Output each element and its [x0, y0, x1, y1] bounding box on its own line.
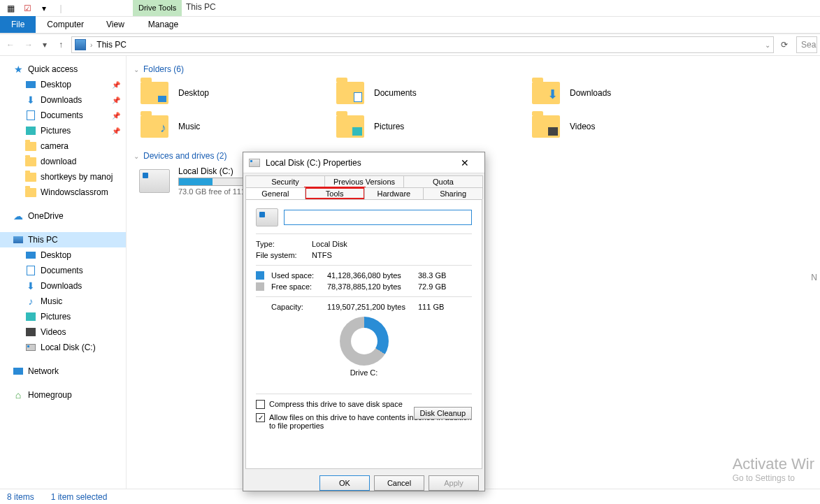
- status-items: 8 items: [7, 492, 34, 502]
- tab-security[interactable]: Security: [245, 175, 325, 187]
- tab-previous-versions[interactable]: Previous Versions: [324, 175, 404, 187]
- chevron-down-icon: ⌄: [134, 66, 139, 73]
- ribbon-tab-computer[interactable]: Computer: [36, 16, 95, 33]
- refresh-icon[interactable]: ⟳: [777, 37, 792, 52]
- window-title: This PC: [186, 2, 216, 12]
- homegroup-icon: ⌂: [13, 389, 24, 401]
- folder-documents[interactable]: Documents: [335, 80, 489, 106]
- sidebar-item-download-folder[interactable]: download: [0, 154, 126, 169]
- address-bar[interactable]: › This PC ⌄: [71, 36, 774, 53]
- sidebar-item-shortkeys[interactable]: shortkeys by manoj: [0, 169, 126, 185]
- sidebar-network[interactable]: Network: [0, 363, 126, 379]
- fs-value: NTFS: [312, 251, 332, 259]
- sidebar-label: Videos: [41, 327, 66, 337]
- drive-name-input[interactable]: [284, 210, 472, 225]
- drive-icon: [139, 169, 170, 193]
- address-dropdown-icon[interactable]: ⌄: [765, 41, 770, 49]
- folder-music[interactable]: ♪Music: [139, 113, 293, 140]
- sidebar-pc-pictures[interactable]: Pictures: [0, 309, 126, 324]
- sidebar-pc-downloads[interactable]: ⬇Downloads: [0, 278, 126, 294]
- sidebar-onedrive[interactable]: ☁OneDrive: [0, 208, 126, 224]
- apply-button[interactable]: Apply: [429, 475, 479, 491]
- folder-pictures[interactable]: Pictures: [335, 113, 489, 140]
- tab-tools[interactable]: Tools: [305, 187, 365, 199]
- sidebar-label: OneDrive: [28, 211, 64, 221]
- network-icon: [13, 368, 23, 375]
- sidebar-item-camera[interactable]: camera: [0, 138, 126, 154]
- ribbon-tab-file[interactable]: File: [0, 16, 36, 33]
- ribbon-tab-manage[interactable]: Manage: [137, 16, 189, 33]
- tab-hardware[interactable]: Hardware: [364, 187, 424, 199]
- pictures-icon: [26, 312, 36, 321]
- dialog-title: Local Disk (C:) Properties: [266, 158, 361, 168]
- nav-up-icon[interactable]: ↑: [53, 37, 69, 52]
- nav-forward-icon[interactable]: →: [21, 37, 36, 52]
- sidebar-quick-access[interactable]: ★Quick access: [0, 62, 126, 77]
- pin-icon: 📌: [112, 112, 120, 120]
- sidebar-item-winclass[interactable]: Windowsclassrom: [0, 185, 126, 200]
- star-icon: ★: [13, 64, 24, 75]
- folder-icon: [25, 173, 36, 182]
- pictures-icon: [352, 127, 362, 136]
- sidebar-homegroup[interactable]: ⌂Homegroup: [0, 387, 126, 403]
- compress-checkbox[interactable]: [256, 400, 265, 409]
- sidebar-pc-videos[interactable]: Videos: [0, 324, 126, 340]
- pin-icon: 📌: [112, 127, 120, 135]
- sidebar-item-documents[interactable]: Documents📌: [0, 108, 126, 123]
- free-label: Free space:: [271, 282, 320, 291]
- desktop-icon: [158, 96, 166, 102]
- sidebar-pc-documents[interactable]: Documents: [0, 263, 126, 278]
- drive-icon: [249, 159, 260, 167]
- tab-quota[interactable]: Quota: [403, 175, 483, 187]
- used-label: Used space:: [271, 271, 320, 280]
- sidebar-item-pictures[interactable]: Pictures📌: [0, 123, 126, 138]
- sidebar-label: Downloads: [41, 95, 82, 105]
- group-folders[interactable]: ⌄Folders (6): [132, 62, 820, 80]
- properties-dialog: Local Disk (C:) Properties ✕ Security Pr…: [243, 152, 485, 491]
- sidebar-label: Desktop: [41, 80, 71, 89]
- status-selected: 1 item selected: [51, 492, 108, 502]
- sidebar-pc-localdisk[interactable]: Local Disk (C:): [0, 340, 126, 355]
- group-title: Devices and drives (2): [143, 151, 226, 161]
- dialog-titlebar[interactable]: Local Disk (C:) Properties ✕: [243, 152, 484, 173]
- folder-videos[interactable]: Videos: [531, 113, 684, 140]
- close-button[interactable]: ✕: [451, 153, 479, 173]
- sidebar-pc-music[interactable]: ♪Music: [0, 294, 126, 309]
- folder-downloads[interactable]: ⬇Downloads: [531, 80, 684, 106]
- ribbon-tab-view[interactable]: View: [95, 16, 136, 33]
- disk-cleanup-button[interactable]: Disk Cleanup: [414, 407, 472, 419]
- right-hint: N: [811, 273, 817, 282]
- folder-desktop[interactable]: Desktop: [139, 80, 293, 106]
- watermark-title: Activate Wir: [733, 455, 814, 473]
- sidebar-item-desktop[interactable]: Desktop📌: [0, 77, 126, 92]
- tab-general[interactable]: General: [245, 187, 305, 199]
- folder-icon: [532, 115, 560, 138]
- navigation-pane: ★Quick access Desktop📌 ⬇Downloads📌 Docum…: [0, 56, 126, 489]
- folder-icon: [336, 115, 364, 138]
- sidebar-this-pc[interactable]: This PC: [0, 232, 126, 247]
- folder-label: Pictures: [374, 122, 404, 131]
- qat-dropdown-icon[interactable]: ▾: [36, 1, 52, 15]
- qat-properties-icon[interactable]: ▦: [3, 1, 18, 15]
- sidebar-label: Local Disk (C:): [41, 343, 96, 352]
- breadcrumb-location[interactable]: This PC: [96, 40, 127, 50]
- nav-recent-dropdown[interactable]: ▾: [39, 37, 50, 52]
- tab-sharing[interactable]: Sharing: [423, 187, 483, 199]
- downloads-icon: ⬇: [25, 280, 36, 291]
- folder-icon: [25, 157, 36, 166]
- index-checkbox[interactable]: ✓: [256, 413, 265, 422]
- sidebar-pc-desktop[interactable]: Desktop: [0, 247, 126, 263]
- breadcrumb-chevron-icon[interactable]: ›: [90, 41, 92, 49]
- cancel-button[interactable]: Cancel: [374, 475, 424, 491]
- capacity-gb: 111 GB: [418, 303, 453, 311]
- folder-icon: ♪: [141, 115, 168, 138]
- drive-icon: [26, 344, 36, 351]
- type-label: Type:: [256, 240, 301, 248]
- ok-button[interactable]: OK: [319, 475, 370, 491]
- sidebar-label: Desktop: [41, 250, 71, 260]
- search-input[interactable]: Sea: [796, 36, 817, 53]
- sidebar-item-downloads[interactable]: ⬇Downloads📌: [0, 92, 126, 108]
- watermark-sub: Go to Settings to: [733, 473, 814, 483]
- qat-check-icon[interactable]: ☑: [20, 1, 35, 15]
- nav-back-icon[interactable]: ←: [3, 37, 18, 52]
